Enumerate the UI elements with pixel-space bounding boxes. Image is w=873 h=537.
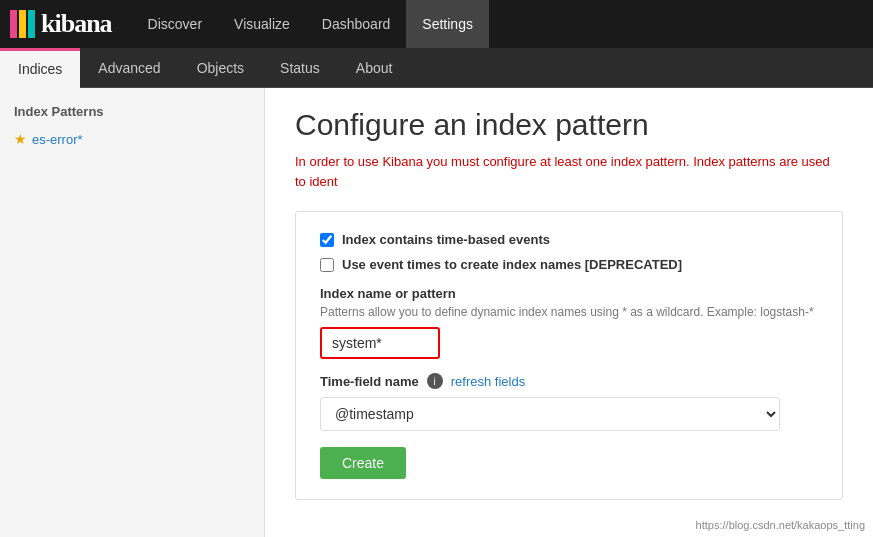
nav-item-visualize[interactable]: Visualize — [218, 0, 306, 48]
second-nav-about[interactable]: About — [338, 48, 411, 88]
index-name-hint: Patterns allow you to define dynamic ind… — [320, 305, 818, 319]
sidebar-title: Index Patterns — [0, 98, 264, 125]
index-name-label: Index name or pattern — [320, 286, 818, 301]
form-card: Index contains time-based events Use eve… — [295, 211, 843, 500]
second-nav-objects[interactable]: Objects — [179, 48, 262, 88]
logo-bars — [10, 10, 35, 38]
watermark: https://blog.csdn.net/kakaops_tting — [696, 519, 865, 531]
event-times-checkbox[interactable] — [320, 258, 334, 272]
logo-bar-2 — [19, 10, 26, 38]
refresh-fields-link[interactable]: refresh fields — [451, 374, 525, 389]
sidebar-item-label: es-error* — [32, 132, 83, 147]
sidebar-item-es-error[interactable]: ★ es-error* — [0, 125, 264, 153]
create-button[interactable]: Create — [320, 447, 406, 479]
kibana-brand-text: kibana — [41, 9, 112, 39]
second-navigation: Indices Advanced Objects Status About — [0, 48, 873, 88]
info-text-content: In order to use Kibana you must configur… — [295, 154, 830, 189]
logo-bar-3 — [28, 10, 35, 38]
time-field-label: Time-field name — [320, 374, 419, 389]
star-icon: ★ — [14, 131, 27, 147]
checkbox1-label: Index contains time-based events — [342, 232, 550, 247]
time-based-events-checkbox[interactable] — [320, 233, 334, 247]
time-field-select[interactable]: @timestamp — [320, 397, 780, 431]
second-nav-status[interactable]: Status — [262, 48, 338, 88]
second-nav-indices[interactable]: Indices — [0, 48, 80, 88]
checkbox2-label: Use event times to create index names [D… — [342, 257, 682, 272]
main-layout: Index Patterns ★ es-error* Configure an … — [0, 88, 873, 537]
top-nav-items: Discover Visualize Dashboard Settings — [132, 0, 489, 48]
index-name-input[interactable] — [320, 327, 440, 359]
nav-item-dashboard[interactable]: Dashboard — [306, 0, 407, 48]
nav-item-settings[interactable]: Settings — [406, 0, 489, 48]
top-navigation: kibana Discover Visualize Dashboard Sett… — [0, 0, 873, 48]
info-icon[interactable]: i — [427, 373, 443, 389]
checkbox-row-1: Index contains time-based events — [320, 232, 818, 247]
main-content: Configure an index pattern In order to u… — [265, 88, 873, 537]
kibana-logo: kibana — [10, 9, 112, 39]
page-title: Configure an index pattern — [295, 108, 843, 142]
info-text: In order to use Kibana you must configur… — [295, 152, 843, 191]
sidebar: Index Patterns ★ es-error* — [0, 88, 265, 537]
logo-bar-1 — [10, 10, 17, 38]
second-nav-advanced[interactable]: Advanced — [80, 48, 178, 88]
time-field-row: Time-field name i refresh fields — [320, 373, 818, 389]
checkbox-row-2: Use event times to create index names [D… — [320, 257, 818, 272]
nav-item-discover[interactable]: Discover — [132, 0, 218, 48]
